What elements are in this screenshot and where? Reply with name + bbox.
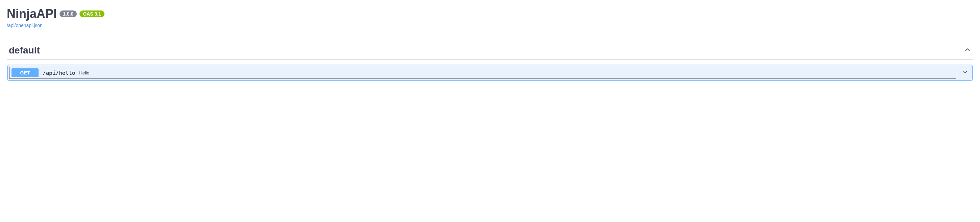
api-title: NinjaAPI xyxy=(7,7,57,21)
operation-main: GET /api/hello Hello xyxy=(9,67,956,79)
operation-path: /api/hello xyxy=(43,70,75,76)
spec-link[interactable]: /api/openapi.json xyxy=(7,23,43,28)
version-badge: 1.0.0 xyxy=(59,11,77,17)
chevron-down-icon xyxy=(962,69,968,77)
operation-block[interactable]: GET /api/hello Hello xyxy=(8,65,972,81)
chevron-up-icon xyxy=(964,46,971,55)
operation-summary: Hello xyxy=(79,70,89,75)
oas-badge: OAS 3.1 xyxy=(80,11,105,17)
section-header[interactable]: default xyxy=(7,42,973,59)
section-title: default xyxy=(9,45,40,56)
api-header: NinjaAPI 1.0.0 OAS 3.1 xyxy=(7,7,973,21)
method-badge: GET xyxy=(11,69,38,77)
expand-toggle[interactable] xyxy=(958,65,972,80)
